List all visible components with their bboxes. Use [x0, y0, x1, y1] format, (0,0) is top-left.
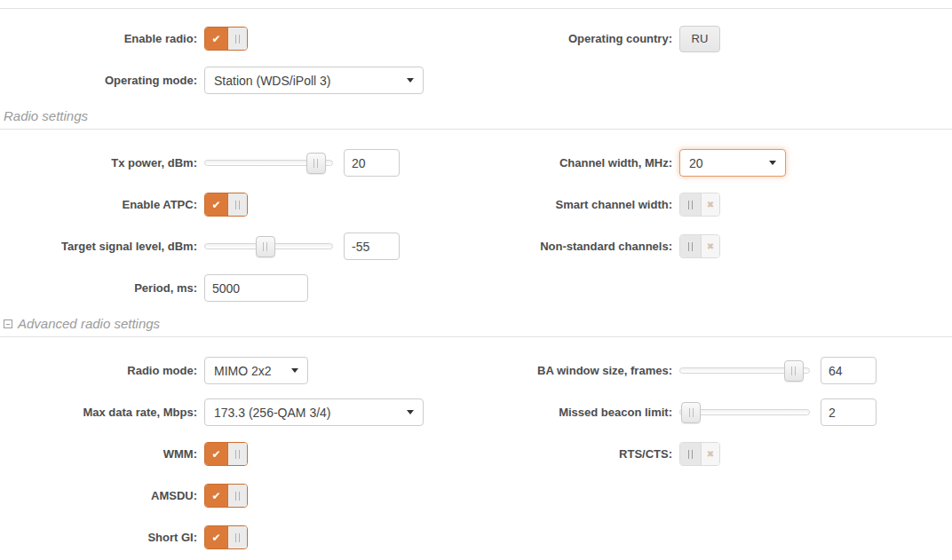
slider-grip-icon — [689, 408, 694, 417]
tx-power-input[interactable] — [344, 149, 400, 177]
operating-mode-label: Operating mode: — [0, 74, 197, 87]
advanced-radio-settings-header[interactable]: Advanced radio settings — [0, 316, 952, 337]
row-period: Period, ms: — [0, 267, 952, 309]
dropdown-arrow-icon — [769, 161, 776, 165]
ba-window-slider[interactable] — [679, 367, 810, 374]
radio-settings-header: Radio settings — [0, 108, 952, 130]
row-wmm: WMM: ✔ RTS/CTS: ✖ — [0, 433, 952, 475]
radio-mode-value: MIMO 2x2 — [214, 364, 284, 378]
operating-country-label: Operating country: — [476, 32, 672, 45]
ba-window-label: BA window size, frames: — [476, 364, 672, 377]
toggle-grip-icon — [227, 443, 247, 465]
check-icon: ✔ — [205, 485, 227, 507]
slider-grip-icon — [313, 159, 318, 168]
ba-window-slider-handle[interactable] — [784, 360, 804, 382]
advanced-radio-settings-title: Advanced radio settings — [18, 316, 160, 331]
amsdu-label: AMSDU: — [0, 489, 197, 502]
radio-settings-section: Tx power, dBm: Channel width, MHz: 20 En… — [0, 130, 952, 309]
row-enable-radio: Enable radio: ✔ Operating country: RU — [0, 18, 952, 59]
non-standard-channels-label: Non-standard channels: — [476, 240, 672, 253]
enable-atpc-label: Enable ATPC: — [0, 198, 197, 211]
target-signal-slider-handle[interactable] — [256, 236, 275, 257]
toggle-grip-icon — [680, 235, 701, 257]
operating-country-button[interactable]: RU — [679, 26, 720, 52]
toggle-grip-icon — [227, 485, 247, 507]
rts-cts-toggle[interactable]: ✖ — [679, 442, 720, 466]
check-icon: ✔ — [205, 193, 227, 216]
non-standard-channels-toggle[interactable]: ✖ — [679, 234, 720, 258]
toggle-grip-icon — [680, 193, 701, 216]
row-enable-atpc: Enable ATPC: ✔ Smart channel width: ✖ — [0, 184, 952, 225]
wmm-label: WMM: — [0, 447, 197, 461]
dropdown-arrow-icon — [407, 78, 414, 83]
max-data-rate-value: 173.3 (256-QAM 3/4) — [214, 406, 400, 420]
amsdu-toggle[interactable]: ✔ — [204, 484, 248, 508]
missed-beacon-label: Missed beacon limit: — [476, 406, 672, 419]
enable-atpc-toggle[interactable]: ✔ — [204, 193, 248, 217]
missed-beacon-slider[interactable] — [679, 409, 810, 415]
operating-mode-select[interactable]: Station (WDS/iPoll 3) — [204, 67, 424, 94]
period-input[interactable] — [204, 274, 308, 302]
x-icon: ✖ — [701, 443, 719, 465]
period-label: Period, ms: — [0, 281, 197, 295]
check-icon: ✔ — [205, 526, 227, 548]
slider-grip-icon — [791, 367, 796, 375]
dropdown-arrow-icon — [407, 410, 414, 414]
advanced-radio-settings-section: Radio mode: MIMO 2x2 BA window size, fra… — [0, 337, 952, 558]
row-operating-mode: Operating mode: Station (WDS/iPoll 3) — [0, 59, 952, 101]
rts-cts-label: RTS/CTS: — [476, 447, 672, 461]
wmm-toggle[interactable]: ✔ — [204, 442, 248, 466]
channel-width-select[interactable]: 20 — [679, 149, 786, 177]
short-gi-label: Short GI: — [0, 531, 197, 544]
channel-width-value: 20 — [689, 156, 762, 170]
collapse-minus-box-icon[interactable] — [4, 319, 12, 328]
toggle-grip-icon — [680, 443, 701, 465]
radio-settings-title: Radio settings — [4, 108, 88, 123]
dropdown-arrow-icon — [291, 368, 298, 373]
max-data-rate-select[interactable]: 173.3 (256-QAM 3/4) — [204, 398, 424, 426]
short-gi-toggle[interactable]: ✔ — [204, 525, 248, 549]
toggle-grip-icon — [227, 526, 247, 548]
row-target-signal: Target signal level, dBm: Non-standard c… — [0, 225, 952, 267]
channel-width-label: Channel width, MHz: — [476, 156, 672, 170]
target-signal-input[interactable] — [344, 233, 400, 260]
tx-power-label: Tx power, dBm: — [0, 156, 197, 170]
row-amsdu: AMSDU: ✔ — [0, 475, 952, 517]
x-icon: ✖ — [701, 193, 719, 216]
target-signal-label: Target signal level, dBm: — [0, 240, 197, 253]
check-icon: ✔ — [205, 443, 227, 465]
smart-channel-width-toggle[interactable]: ✖ — [679, 193, 720, 217]
general-section: Enable radio: ✔ Operating country: RU Op… — [0, 9, 952, 101]
enable-radio-toggle[interactable]: ✔ — [204, 27, 248, 51]
row-tx-power: Tx power, dBm: Channel width, MHz: 20 — [0, 142, 952, 184]
radio-mode-select[interactable]: MIMO 2x2 — [204, 357, 308, 384]
ba-window-input[interactable] — [821, 357, 877, 384]
check-icon: ✔ — [205, 28, 227, 50]
max-data-rate-label: Max data rate, Mbps: — [0, 406, 197, 419]
enable-radio-label: Enable radio: — [0, 32, 197, 45]
missed-beacon-input[interactable] — [821, 398, 877, 426]
slider-grip-icon — [263, 242, 267, 251]
toggle-grip-icon — [227, 193, 247, 216]
row-short-gi: Short GI: ✔ — [0, 517, 952, 558]
row-max-data-rate: Max data rate, Mbps: 173.3 (256-QAM 3/4)… — [0, 391, 952, 433]
smart-channel-width-label: Smart channel width: — [476, 198, 672, 211]
radio-mode-label: Radio mode: — [0, 364, 197, 377]
tx-power-slider-handle[interactable] — [306, 153, 326, 174]
target-signal-slider[interactable] — [204, 243, 333, 249]
x-icon: ✖ — [701, 235, 719, 257]
toggle-grip-icon — [227, 28, 247, 50]
tx-power-slider[interactable] — [204, 160, 333, 166]
operating-mode-value: Station (WDS/iPoll 3) — [214, 74, 400, 88]
missed-beacon-slider-handle[interactable] — [681, 402, 701, 423]
row-radio-mode: Radio mode: MIMO 2x2 BA window size, fra… — [0, 350, 952, 391]
